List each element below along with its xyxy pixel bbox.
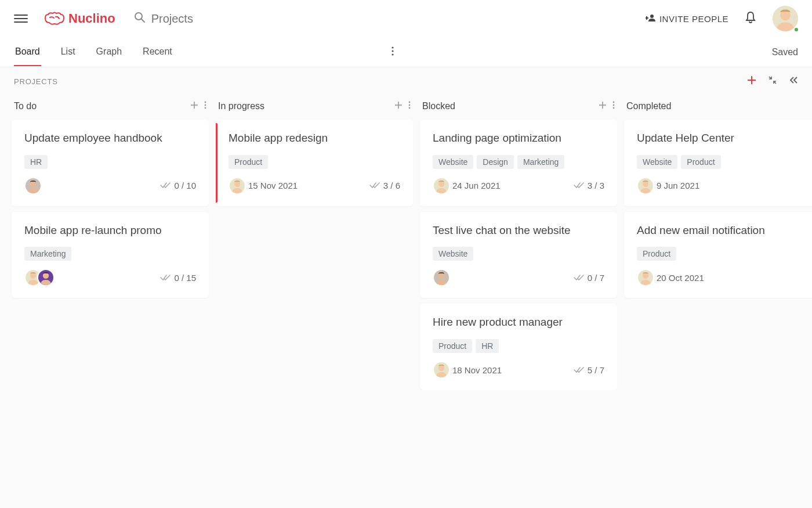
collapse-button[interactable] (768, 75, 777, 87)
assignee-avatar (433, 361, 450, 379)
card-footer: 18 Nov 20215 / 7 (433, 361, 604, 379)
column-header: To do (12, 95, 209, 120)
due-date: 24 Jun 2021 (452, 181, 501, 190)
menu-button[interactable] (14, 12, 28, 26)
column-title: To do (14, 101, 184, 111)
card-footer: 0 / 10 (24, 177, 196, 194)
card-footer: 20 Oct 2021 (637, 269, 809, 286)
checklist-progress: 3 / 3 (574, 181, 604, 190)
card-title: Update Help Center (637, 131, 809, 146)
plus-icon (599, 101, 607, 111)
header: Nuclino INVITE PEOPLE (0, 0, 812, 37)
assignee-avatar (637, 269, 654, 286)
notifications-button[interactable] (745, 11, 756, 26)
tab-list[interactable]: List (60, 38, 77, 66)
card[interactable]: Mobile app re-launch promo Marketing 0 /… (12, 212, 209, 298)
card[interactable]: Hire new product manager ProductHR 18 No… (420, 304, 617, 390)
bell-icon (745, 11, 756, 24)
assignee-avatar (433, 269, 450, 286)
card[interactable]: Mobile app redesign Product 15 Nov 20213… (216, 120, 413, 206)
column-add-button[interactable] (394, 101, 403, 111)
progress-text: 5 / 7 (588, 365, 604, 375)
column-title: In progress (218, 101, 389, 111)
tag-list: WebsiteDesignMarketing (433, 155, 604, 169)
svg-point-26 (409, 105, 411, 106)
section-label: PROJECTS (14, 77, 747, 86)
card[interactable]: Add new email notification Product 20 Oc… (624, 212, 812, 298)
invite-label: INVITE PEOPLE (659, 14, 728, 24)
assignee-list (24, 269, 50, 286)
assignee-avatar (37, 269, 55, 286)
card-footer: 15 Nov 20213 / 6 (229, 177, 400, 194)
svg-point-34 (613, 107, 615, 109)
card[interactable]: Landing page optimization WebsiteDesignM… (420, 120, 617, 206)
svg-point-15 (205, 105, 206, 106)
checklist-icon (574, 365, 584, 375)
tag: Product (681, 155, 720, 169)
tag-list: Marketing (24, 247, 196, 261)
tag-list: Product (637, 247, 809, 261)
card[interactable]: Update Help Center WebsiteProduct 9 Jun … (624, 120, 812, 206)
progress-text: 0 / 7 (588, 273, 604, 283)
card-title: Test live chat on the website (433, 224, 604, 238)
svg-point-33 (613, 105, 615, 106)
column-add-button[interactable] (599, 101, 607, 111)
column-more-button[interactable] (204, 101, 206, 111)
column-title: Completed (626, 101, 812, 111)
svg-point-16 (205, 107, 206, 109)
more-vertical-icon (204, 101, 206, 111)
assignee-avatar (24, 177, 42, 194)
column: Completed Update Help Center WebsiteProd… (624, 95, 812, 390)
assignee-avatar (637, 177, 654, 194)
due-date: 20 Oct 2021 (657, 273, 704, 283)
card-title: Landing page optimization (433, 131, 604, 146)
progress-text: 0 / 10 (174, 181, 196, 190)
checklist-icon (160, 273, 171, 283)
column: Blocked Landing page optimization Websit… (420, 95, 617, 390)
tag-list: Website (433, 247, 604, 261)
card[interactable]: Test live chat on the website Website 0 … (420, 212, 617, 298)
tab-board[interactable]: Board (14, 38, 41, 66)
column: To do Update employee handbook HR 0 / 10… (12, 95, 209, 390)
assignee-list (433, 361, 445, 379)
column-header: Completed (624, 95, 812, 120)
svg-point-0 (135, 13, 142, 20)
assignee-list (433, 177, 445, 194)
panel-collapse-button[interactable] (789, 76, 798, 87)
progress-text: 3 / 6 (383, 181, 400, 190)
card-list: Update employee handbook HR 0 / 10 Mobil… (12, 120, 209, 298)
checklist-progress: 0 / 10 (160, 181, 196, 190)
svg-point-2 (650, 15, 654, 18)
tab-graph[interactable]: Graph (95, 38, 123, 66)
search-input[interactable] (151, 12, 267, 26)
plus-icon (190, 101, 198, 111)
board-toolbar: PROJECTS (0, 67, 812, 95)
svg-point-27 (409, 107, 411, 109)
tab-recent[interactable]: Recent (142, 38, 173, 66)
column-more-button[interactable] (408, 101, 411, 111)
progress-text: 3 / 3 (588, 181, 604, 190)
view-tabs: BoardListGraphRecent (14, 38, 388, 66)
add-button[interactable] (747, 75, 756, 87)
card-title: Update employee handbook (24, 131, 196, 146)
column-title: Blocked (422, 101, 593, 111)
card-title: Add new email notification (637, 224, 809, 238)
card-title: Mobile app re-launch promo (24, 224, 196, 238)
tag: Product (433, 339, 472, 353)
assignee-list (24, 177, 37, 194)
checklist-progress: 3 / 6 (369, 181, 400, 190)
logo[interactable]: Nuclino (44, 11, 115, 26)
more-vertical-icon (612, 101, 615, 111)
tabs-more-button[interactable] (388, 38, 397, 66)
column-more-button[interactable] (612, 101, 615, 111)
column-header: In progress (216, 95, 413, 120)
chevrons-left-icon (789, 76, 798, 84)
invite-people-button[interactable]: INVITE PEOPLE (646, 14, 728, 24)
board: To do Update employee handbook HR 0 / 10… (0, 95, 812, 390)
plus-icon (747, 75, 756, 85)
card[interactable]: Update employee handbook HR 0 / 10 (12, 120, 209, 206)
user-avatar[interactable] (773, 6, 798, 31)
assignee-list (637, 269, 650, 286)
search[interactable] (134, 12, 646, 26)
column-add-button[interactable] (190, 101, 198, 111)
